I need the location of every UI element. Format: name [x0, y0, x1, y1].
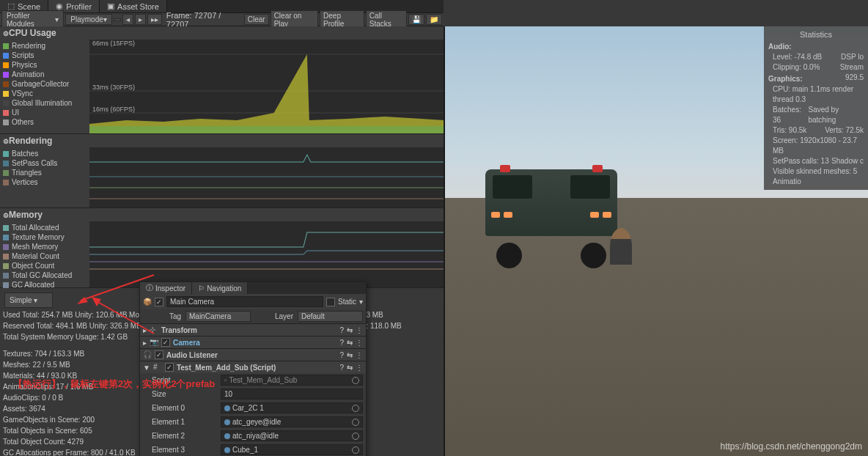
gear-icon — [3, 136, 9, 146]
annotation-text: 【热运行】，鼠标左键第2次，实例化2个prefab — [13, 378, 215, 391]
rendering-legend: BatchesSetPass CallsTrianglesVertices — [0, 147, 89, 207]
gameobject-icon: 📦 — [143, 298, 152, 306]
static-checkbox[interactable] — [326, 298, 335, 306]
memory-legend: Total AllocatedTexture MemoryMesh Memory… — [0, 221, 89, 287]
graph-label-66ms: 66ms (15FPS) — [92, 40, 135, 47]
legend-item[interactable]: Rendering — [3, 41, 87, 51]
clear-button[interactable]: Clear — [244, 14, 269, 25]
memory-graph[interactable] — [89, 221, 444, 287]
size-field[interactable]: 10 — [221, 389, 363, 400]
stats-audio-header: Audio: — [768, 42, 864, 52]
watermark: https://blog.csdn.net/chenggong2dm — [721, 441, 862, 452]
graph-label-33ms: 33ms (30FPS) — [92, 84, 135, 91]
audio-listener-header[interactable]: 🎧✓Audio Listener ? ⇆ ⋮ — [140, 349, 366, 361]
stats-title: Statistics — [768, 29, 864, 40]
next-frame-button[interactable]: ▸ — [135, 14, 146, 25]
legend-item[interactable]: Others — [3, 117, 87, 127]
load-icon[interactable]: 📁 — [426, 14, 442, 25]
layer-dropdown[interactable]: Default — [298, 311, 363, 322]
legend-item[interactable]: UI — [3, 108, 87, 117]
element-2-field[interactable]: atc_niya@idle — [221, 430, 363, 441]
element-1-field[interactable]: atc_geye@idle — [221, 416, 363, 427]
rendering-section-header[interactable]: Rendering — [0, 134, 444, 147]
element-0-field[interactable]: Car_2C 1 — [221, 402, 363, 413]
legend-item[interactable]: GarbageCollector — [3, 79, 87, 89]
script-header[interactable]: ▼ #✓Test_Mem_Add_Sub (Script) ? ⇆ ⋮ — [140, 361, 366, 373]
playmode-dropdown[interactable]: Playmode ▾ — [65, 14, 111, 25]
legend-item[interactable]: Batches — [3, 149, 87, 158]
legend-item[interactable]: SetPass Calls — [3, 158, 87, 168]
element-3-field[interactable]: Cube_1 — [221, 444, 363, 455]
last-frame-button[interactable]: ▸▸ — [147, 14, 162, 25]
audio-icon: 🎧 — [143, 350, 152, 359]
frame-counter: Frame: 72707 / 72707 — [163, 11, 243, 29]
legend-item[interactable]: Scripts — [3, 51, 87, 60]
game-viewport[interactable]: Statistics Audio: Level: -74.8 dBDSP lo … — [445, 26, 868, 456]
stats-overlay: Statistics Audio: Level: -74.8 dBDSP lo … — [764, 26, 868, 190]
legend-item[interactable]: Global Illumination — [3, 98, 87, 108]
legend-item[interactable]: Animation — [3, 70, 87, 79]
camera-header[interactable]: ▸ 📷✓Camera ? ⇆ ⋮ — [140, 337, 366, 348]
tab-navigation[interactable]: ⚐ Navigation — [192, 282, 248, 294]
store-icon: ▣ — [107, 1, 114, 11]
memory-mode-dropdown[interactable]: Simple ▾ — [4, 293, 53, 308]
cpu-section-header[interactable]: CPU Usage — [0, 26, 444, 40]
name-input[interactable] — [166, 296, 323, 307]
cpu-graph[interactable]: 66ms (15FPS) 33ms (30FPS) 16ms (60FPS) — [89, 40, 444, 133]
tag-dropdown[interactable]: MainCamera — [185, 311, 251, 322]
tab-asset-store[interactable]: ▣Asset Store — [100, 0, 167, 12]
legend-item[interactable]: Triangles — [3, 168, 87, 177]
script-field[interactable]: ▫ Test_Mem_Add_Sub — [221, 375, 363, 386]
camera-icon: 📷 — [150, 338, 158, 347]
help-icon[interactable]: ? — [339, 326, 344, 334]
tab-inspector[interactable]: ⓘ Inspector — [140, 282, 192, 294]
tab-assetstore-label: Asset Store — [117, 2, 159, 11]
van-object — [485, 169, 617, 265]
save-icon[interactable]: 💾 — [408, 14, 424, 25]
rendering-graph[interactable] — [89, 147, 444, 207]
prev-frame-button[interactable]: ◂ — [122, 14, 133, 25]
legend-item[interactable]: Physics — [3, 60, 87, 70]
legend-item[interactable]: Vertices — [3, 177, 87, 187]
legend-item[interactable]: Object Count — [3, 261, 87, 271]
preset-icon[interactable]: ⇆ — [347, 326, 353, 334]
record-button[interactable] — [114, 18, 121, 21]
legend-item[interactable]: Total Allocated — [3, 223, 87, 232]
script-icon: # — [153, 363, 162, 372]
legend-item[interactable]: Mesh Memory — [3, 242, 87, 251]
tab-profiler-label: Profiler — [66, 2, 92, 11]
character-object — [610, 228, 632, 265]
stats-graphics-header: Graphics: — [768, 74, 803, 84]
legend-item[interactable]: Material Count — [3, 251, 87, 261]
gear-icon — [3, 28, 9, 38]
transform-icon: ⊹ — [150, 326, 158, 334]
transform-header[interactable]: ▸ ⊹Transform ? ⇆ ⋮ — [140, 324, 366, 336]
legend-item[interactable]: Texture Memory — [3, 232, 87, 242]
gear-icon — [3, 210, 9, 220]
cpu-legend: RenderingScriptsPhysicsAnimationGarbageC… — [0, 40, 89, 133]
legend-item[interactable]: VSync — [3, 89, 87, 98]
graph-label-16ms: 16ms (60FPS) — [92, 106, 135, 113]
memory-section-header[interactable]: Memory — [0, 208, 444, 221]
inspector-panel: ⓘ Inspector ⚐ Navigation 📦 ✓ Static▾ Tag… — [139, 282, 367, 456]
active-checkbox[interactable]: ✓ — [155, 298, 163, 306]
legend-item[interactable]: Total GC Allocated — [3, 271, 87, 280]
